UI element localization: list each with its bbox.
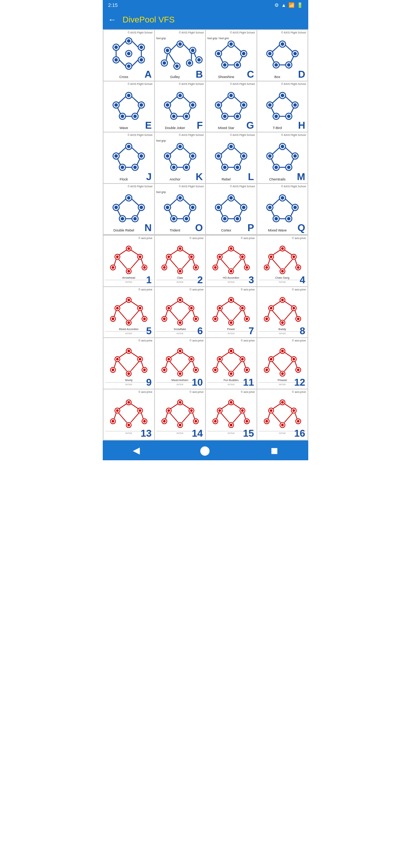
svg-point-199 xyxy=(134,217,137,220)
alpha-grid-item-h[interactable]: © AXIS Flight School T-Bird H xyxy=(257,81,308,132)
alpha-grid-item-a[interactable]: © AXIS Flight School Cross A xyxy=(104,30,154,81)
svg-line-68 xyxy=(290,56,293,62)
svg-point-49 xyxy=(236,64,239,66)
num-grid-item-4[interactable]: © axis·prive Chain Gang INTER xyxy=(257,236,308,286)
svg-point-41 xyxy=(230,43,233,46)
svg-point-543 xyxy=(139,358,141,360)
svg-line-555 xyxy=(141,362,143,367)
svg-line-127 xyxy=(271,107,274,114)
num-grid-item-8[interactable]: © axis·prive Buddy INTER xyxy=(257,287,308,338)
svg-point-287 xyxy=(179,247,181,249)
svg-point-1 xyxy=(115,46,118,49)
svg-point-725 xyxy=(163,420,165,422)
svg-line-551 xyxy=(131,352,138,357)
app-bar: ← DivePool VFS xyxy=(103,10,308,29)
num-grid-item-1[interactable]: © axis·prive Arrowhead INTER xyxy=(104,236,154,286)
svg-point-101 xyxy=(230,94,233,97)
svg-point-62 xyxy=(275,64,277,66)
num-grid-item-13[interactable]: © axis·prive INTER xyxy=(104,389,154,440)
svg-point-651 xyxy=(293,358,295,360)
item-number: 9 xyxy=(146,377,151,387)
svg-point-25 xyxy=(191,49,194,52)
num-grid-item-12[interactable]: © axis·prive Pinweel INTER xyxy=(257,338,308,389)
copyright-label: © axis·prive xyxy=(139,391,153,393)
svg-line-218 xyxy=(188,210,191,216)
svg-line-516 xyxy=(268,311,270,316)
svg-point-60 xyxy=(294,52,296,55)
svg-line-373 xyxy=(272,259,280,269)
copyright-label: © axis·prive xyxy=(241,339,255,342)
alpha-grid-item-j[interactable]: © AXIS Flight School Flock J xyxy=(104,132,154,183)
num-grid-item-11[interactable]: © axis·prive Fun Buddies INTER xyxy=(206,338,256,389)
nav-home[interactable]: ⬤ xyxy=(192,444,218,457)
svg-line-623 xyxy=(233,352,241,357)
svg-line-514 xyxy=(273,301,280,306)
formation-image xyxy=(257,86,308,124)
alpha-grid-item-k[interactable]: © AXIS Flight School foot grip Anchor K xyxy=(155,132,206,183)
num-grid-item-6[interactable]: © axis·prive Snowflake INTER xyxy=(155,287,206,338)
copyright-label: © AXIS Flight School xyxy=(230,134,255,136)
alpha-grid-item-n[interactable]: © AXIS Flight School Double Rebel N xyxy=(104,184,154,235)
svg-point-227 xyxy=(223,217,226,220)
svg-point-27 xyxy=(163,62,166,64)
svg-line-336 xyxy=(217,259,218,265)
formation-image: Chain Gang INTER Chain Gang xyxy=(257,241,308,279)
num-grid-item-10[interactable]: © axis·prive Mixed Anthem INTER xyxy=(155,338,206,389)
copyright-label: © AXIS Flight School xyxy=(230,31,255,34)
alpha-grid-item-f[interactable]: © AXIS Flight School Double Joker F xyxy=(155,81,206,132)
item-number: 12 xyxy=(294,377,305,387)
alpha-grid-item-g[interactable]: © AXIS Flight School Mixed Star G xyxy=(206,81,256,132)
svg-point-441 xyxy=(195,318,197,320)
svg-point-120 xyxy=(294,104,296,106)
svg-point-176 xyxy=(281,145,284,148)
num-grid-item-5[interactable]: © axis·prive Mixed Accordion INTER xyxy=(104,287,154,338)
svg-line-553 xyxy=(119,362,127,371)
item-letter: P xyxy=(247,223,254,233)
svg-line-83 xyxy=(137,107,140,114)
svg-point-21 xyxy=(178,43,181,46)
alpha-grid-item-p[interactable]: © AXIS Flight School Cortex P xyxy=(206,184,256,235)
svg-point-755 xyxy=(230,401,232,403)
alpha-grid-item-b[interactable]: © AXIS Flight School foot grip Gulley B xyxy=(155,30,206,81)
nav-back[interactable]: ◀ xyxy=(125,444,147,457)
svg-point-689 xyxy=(112,420,114,422)
num-grid-item-16[interactable]: © axis·prive INTER xyxy=(257,389,308,440)
formation-image: INTER xyxy=(257,395,308,432)
svg-point-687 xyxy=(139,409,141,411)
nav-square[interactable]: ◼ xyxy=(263,444,286,457)
svg-point-581 xyxy=(163,369,165,371)
svg-point-116 xyxy=(281,94,284,97)
back-button[interactable]: ← xyxy=(108,16,116,24)
alpha-grid-item-q[interactable]: © AXIS Flight School Mixed Wave Q xyxy=(257,184,308,235)
alpha-grid-item-m[interactable]: © AXIS Flight School Chemtrails M xyxy=(257,132,308,183)
copyright-label: © AXIS Flight School xyxy=(179,134,204,136)
formation-image: INTER xyxy=(206,395,256,432)
alpha-grid-item-d[interactable]: © AXIS Flight School Box D xyxy=(257,30,308,81)
num-grid-item-2[interactable]: © axis·prive Claw INTER xyxy=(155,236,206,286)
svg-point-367 xyxy=(281,270,283,272)
svg-point-180 xyxy=(294,155,296,157)
svg-point-611 xyxy=(230,350,232,352)
alpha-grid-item-e[interactable]: © AXIS Flight School Wave E xyxy=(104,81,154,132)
alpha-grid-item-c[interactable]: © AXIS Flight School foot grip / foot gr… xyxy=(206,30,256,81)
battery-icon: 🔋 xyxy=(297,2,303,8)
svg-line-590 xyxy=(182,362,190,371)
svg-line-202 xyxy=(117,210,120,216)
num-grid-item-9[interactable]: © axis·prive Shorty INTER xyxy=(104,338,154,389)
copyright-label: © axis·prive xyxy=(190,391,204,393)
alpha-grid-item-l[interactable]: © AXIS Flight School Rebel L xyxy=(206,132,256,183)
num-grid-item-3[interactable]: © axis·prive HD Accordion INTER xyxy=(206,236,256,286)
svg-line-771 xyxy=(244,413,245,419)
svg-line-731 xyxy=(182,404,190,408)
svg-point-165 xyxy=(242,155,245,157)
svg-point-799 xyxy=(281,424,283,426)
num-grid-item-7[interactable]: © axis·prive Flower INTER xyxy=(206,287,256,338)
item-number: 6 xyxy=(198,326,203,336)
num-grid-item-15[interactable]: © axis·prive INTER xyxy=(206,389,256,440)
alpha-grid-item-o[interactable]: © AXIS Flight School foot grip Trident O xyxy=(155,184,206,235)
item-number: 1 xyxy=(146,275,151,285)
svg-line-203 xyxy=(137,210,140,216)
svg-line-201 xyxy=(132,199,139,206)
alpha-grid: © AXIS Flight School Cross A © AXIS Flig… xyxy=(103,29,308,235)
num-grid-item-14[interactable]: © axis·prive INTER xyxy=(155,389,206,440)
